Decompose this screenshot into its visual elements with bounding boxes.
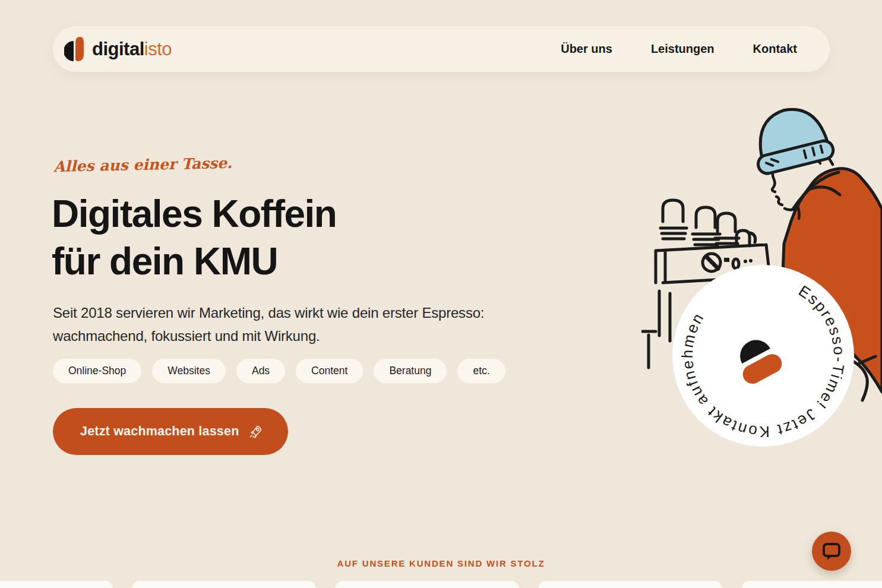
navbar: digitalisto Über uns Leistungen Kontakt bbox=[53, 26, 830, 72]
hero-description-line2: wachmachend, fokussiert und mit Wirkung. bbox=[53, 324, 484, 347]
client-card bbox=[335, 581, 519, 588]
client-card bbox=[538, 581, 722, 588]
digitalisto-logo-icon bbox=[64, 35, 86, 64]
client-card bbox=[741, 581, 882, 588]
hero-heading-line2: für dein KMU bbox=[52, 238, 336, 285]
chat-bubble-icon bbox=[820, 539, 843, 563]
service-tags: Online-Shop Websites Ads Content Beratun… bbox=[53, 359, 505, 383]
hero-heading: Digitales Koffein für dein KMU bbox=[52, 190, 336, 285]
nav-link-ueber-uns[interactable]: Über uns bbox=[561, 42, 612, 56]
logo[interactable]: digitalisto bbox=[64, 35, 172, 64]
nav-link-kontakt[interactable]: Kontakt bbox=[753, 42, 797, 56]
tag-ads: Ads bbox=[236, 359, 285, 383]
client-card bbox=[0, 581, 113, 588]
tag-online-shop: Online-Shop bbox=[53, 359, 141, 383]
client-card bbox=[132, 581, 316, 588]
espresso-contact-badge[interactable]: Espresso-Time! Jetzt Kontakt aufnehmen bbox=[672, 265, 854, 447]
logo-text: digitalisto bbox=[92, 39, 172, 60]
tag-beratung: Beratung bbox=[374, 359, 447, 383]
cta-button[interactable]: Jetzt wachmachen lassen bbox=[53, 408, 288, 455]
nav-links: Über uns Leistungen Kontakt bbox=[561, 42, 797, 56]
nav-link-leistungen[interactable]: Leistungen bbox=[651, 42, 715, 56]
tag-websites: Websites bbox=[152, 359, 226, 383]
tag-content: Content bbox=[296, 359, 363, 383]
cta-label: Jetzt wachmachen lassen bbox=[80, 424, 239, 439]
rocket-icon bbox=[248, 424, 263, 439]
hero-heading-line1: Digitales Koffein bbox=[52, 190, 336, 238]
hero-description: Seit 2018 servieren wir Marketing, das w… bbox=[53, 301, 484, 347]
tag-etc: etc. bbox=[457, 359, 505, 383]
clients-heading: AUF UNSERE KUNDEN SIND WIR STOLZ bbox=[0, 558, 882, 568]
hero-description-line1: Seit 2018 servieren wir Marketing, das w… bbox=[53, 301, 484, 324]
chat-launcher-button[interactable] bbox=[812, 532, 851, 571]
hero-tagline: Alles aus einer Tasse. bbox=[53, 154, 232, 175]
client-cards-row bbox=[0, 581, 882, 588]
